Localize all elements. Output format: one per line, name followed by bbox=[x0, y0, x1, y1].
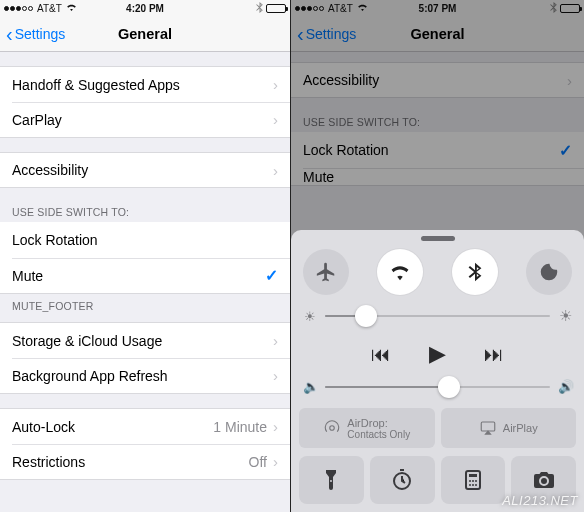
timer-icon bbox=[390, 468, 414, 492]
cell-carplay[interactable]: CarPlay › bbox=[0, 102, 290, 138]
status-bar: AT&T 4:20 PM bbox=[0, 0, 290, 16]
toggle-wifi[interactable] bbox=[377, 249, 423, 295]
carrier-label: AT&T bbox=[328, 3, 353, 14]
svg-rect-4 bbox=[469, 474, 477, 477]
grabber-icon[interactable] bbox=[421, 236, 455, 241]
calculator-button[interactable] bbox=[441, 456, 506, 504]
airdrop-icon bbox=[323, 419, 341, 437]
flashlight-icon bbox=[319, 468, 343, 492]
chevron-right-icon: › bbox=[273, 332, 278, 349]
signal-dots-icon bbox=[4, 6, 33, 11]
battery-icon bbox=[560, 4, 580, 13]
airdrop-button[interactable]: AirDrop: Contacts Only bbox=[299, 408, 435, 448]
page-title: General bbox=[118, 26, 172, 42]
chevron-right-icon: › bbox=[273, 367, 278, 384]
brightness-low-icon: ☀ bbox=[303, 309, 317, 324]
chevron-right-icon: › bbox=[273, 76, 278, 93]
cell-mute[interactable]: Mute bbox=[291, 168, 584, 186]
section-header: USE SIDE SWITCH TO: bbox=[291, 112, 584, 132]
clock-label: 4:20 PM bbox=[126, 3, 164, 14]
back-button[interactable]: ‹ Settings bbox=[6, 26, 65, 42]
cell-auto-lock[interactable]: Auto-Lock 1 Minute › bbox=[0, 408, 290, 444]
signal-dots-icon bbox=[295, 6, 324, 11]
cell-handoff[interactable]: Handoff & Suggested Apps › bbox=[0, 66, 290, 102]
svg-rect-1 bbox=[481, 422, 495, 431]
camera-icon bbox=[532, 468, 556, 492]
clock-label: 5:07 PM bbox=[419, 3, 457, 14]
svg-point-0 bbox=[330, 426, 335, 431]
cell-lock-rotation[interactable]: Lock Rotation ✓ bbox=[291, 132, 584, 168]
settings-pane-left: AT&T 4:20 PM ‹ Settings General Handoff … bbox=[0, 0, 291, 512]
control-center: ☀ ☀ ⏮ ▶ ⏭ 🔈 🔊 AirDrop: Contacts bbox=[291, 230, 584, 512]
brightness-slider[interactable]: ☀ ☀ bbox=[299, 305, 576, 335]
cell-accessibility[interactable]: Accessibility › bbox=[0, 152, 290, 188]
bluetooth-icon bbox=[256, 2, 263, 15]
svg-point-9 bbox=[472, 484, 474, 486]
timer-button[interactable] bbox=[370, 456, 435, 504]
play-button[interactable]: ▶ bbox=[429, 341, 446, 367]
svg-point-10 bbox=[475, 484, 477, 486]
calculator-icon bbox=[461, 468, 485, 492]
volume-slider[interactable]: 🔈 🔊 bbox=[299, 377, 576, 404]
chevron-right-icon: › bbox=[567, 72, 572, 89]
svg-point-8 bbox=[469, 484, 471, 486]
cell-storage[interactable]: Storage & iCloud Usage › bbox=[0, 322, 290, 358]
status-bar: AT&T 5:07 PM bbox=[291, 0, 584, 16]
airplay-button[interactable]: AirPlay bbox=[441, 408, 577, 448]
nav-bar: ‹ Settings General bbox=[291, 16, 584, 52]
svg-point-5 bbox=[469, 480, 471, 482]
flashlight-button[interactable] bbox=[299, 456, 364, 504]
section-header: USE SIDE SWITCH TO: bbox=[0, 202, 290, 222]
volume-low-icon: 🔈 bbox=[303, 379, 317, 394]
wifi-icon bbox=[66, 3, 77, 14]
battery-icon bbox=[266, 4, 286, 13]
svg-point-7 bbox=[475, 480, 477, 482]
cell-restrictions[interactable]: Restrictions Off › bbox=[0, 444, 290, 480]
carrier-label: AT&T bbox=[37, 3, 62, 14]
page-title: General bbox=[411, 26, 465, 42]
airplay-icon bbox=[479, 419, 497, 437]
check-icon: ✓ bbox=[265, 266, 278, 285]
toggle-bluetooth[interactable] bbox=[452, 249, 498, 295]
chevron-right-icon: › bbox=[273, 162, 278, 179]
chevron-right-icon: › bbox=[273, 111, 278, 128]
svg-point-6 bbox=[472, 480, 474, 482]
settings-pane-right: AT&T 5:07 PM ‹ Settings General Accessib… bbox=[291, 0, 584, 512]
prev-track-button[interactable]: ⏮ bbox=[371, 343, 391, 366]
chevron-right-icon: › bbox=[273, 453, 278, 470]
chevron-right-icon: › bbox=[273, 418, 278, 435]
nav-bar: ‹ Settings General bbox=[0, 16, 290, 52]
cell-mute[interactable]: Mute ✓ bbox=[0, 258, 290, 294]
back-label: Settings bbox=[15, 26, 66, 42]
back-label: Settings bbox=[306, 26, 357, 42]
next-track-button[interactable]: ⏭ bbox=[484, 343, 504, 366]
check-icon: ✓ bbox=[559, 141, 572, 160]
bluetooth-icon bbox=[550, 2, 557, 15]
section-footer: MUTE_FOOTER bbox=[0, 296, 290, 316]
toggle-airplane[interactable] bbox=[303, 249, 349, 295]
wifi-icon bbox=[357, 3, 368, 14]
cell-lock-rotation[interactable]: Lock Rotation bbox=[0, 222, 290, 258]
cell-background-refresh[interactable]: Background App Refresh › bbox=[0, 358, 290, 394]
back-button[interactable]: ‹ Settings bbox=[297, 26, 356, 42]
toggle-dnd[interactable] bbox=[526, 249, 572, 295]
volume-high-icon: 🔊 bbox=[558, 379, 572, 394]
brightness-high-icon: ☀ bbox=[558, 307, 572, 325]
cell-accessibility[interactable]: Accessibility › bbox=[291, 62, 584, 98]
watermark: ALI213.NET bbox=[502, 493, 578, 508]
